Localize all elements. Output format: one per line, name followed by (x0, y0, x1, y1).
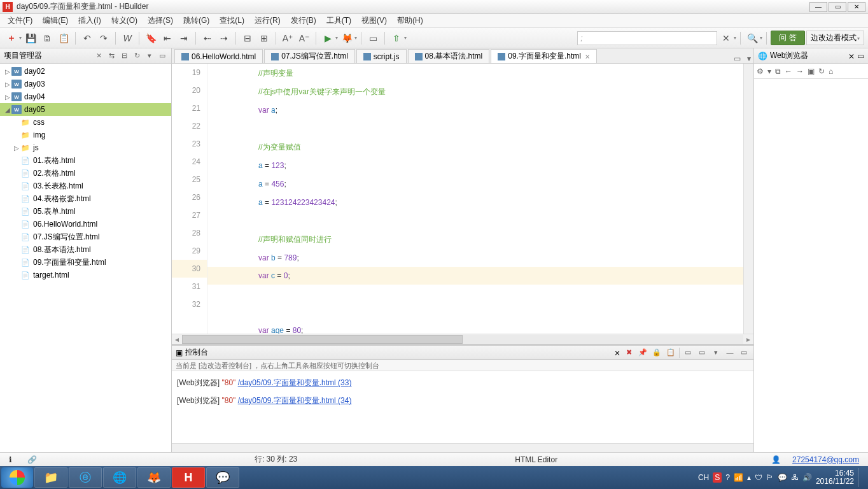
system-clock[interactable]: 16:452016/11/22 (816, 469, 854, 486)
tray-icon-s[interactable]: S (713, 472, 722, 483)
console-toggle1-button[interactable]: ▭ (682, 347, 694, 358)
tree-item[interactable]: 📄target.html (0, 269, 171, 281)
tree-item[interactable]: 📄01.表格.html (0, 154, 171, 167)
console-scrollbar[interactable] (172, 443, 753, 452)
clear-search-button[interactable]: ✕ (718, 31, 734, 46)
tab-control[interactable]: ▭ (731, 54, 743, 63)
tree-item[interactable]: 📄05.表单.html (0, 205, 171, 218)
expand-button[interactable]: ⊞ (256, 31, 272, 46)
collapse-icon[interactable]: ⊟ (119, 51, 129, 61)
save-all-button[interactable]: 🗎 (39, 31, 55, 46)
tree-item[interactable]: 📄02.表格.html (0, 167, 171, 180)
console-pin-button[interactable]: 📌 (637, 347, 648, 358)
scroll-left-icon[interactable]: ◂ (172, 335, 182, 344)
tree-item[interactable]: 📄08.基本语法.html (0, 243, 171, 256)
ime-indicator[interactable]: CH (698, 473, 709, 482)
menu-item[interactable]: 选择(S) (143, 14, 178, 27)
browser-close-icon[interactable]: ⨯ (848, 52, 855, 60)
menu-icon[interactable]: ▾ (144, 51, 155, 61)
reload-icon[interactable]: ↻ (818, 67, 825, 76)
menu-item[interactable]: 工具(T) (321, 14, 356, 27)
status-icon1[interactable]: ℹ (5, 455, 16, 464)
menu-item[interactable]: 编辑(E) (38, 14, 73, 27)
console-lock-button[interactable]: 🔒 (651, 347, 662, 358)
firefox-taskbar-icon[interactable]: 🦊 (137, 467, 171, 488)
tree-item[interactable]: 📁css (0, 116, 171, 129)
tree-item[interactable]: ▷Wday03 (0, 78, 171, 90)
maximize-button[interactable]: ▭ (829, 2, 846, 12)
minimize-button[interactable]: — (809, 2, 827, 12)
menu-item[interactable]: 发行(B) (286, 14, 321, 27)
tray-help-icon[interactable]: ? (725, 473, 730, 482)
tab-close-icon[interactable]: ⨯ (585, 53, 590, 60)
ie-taskbar-icon[interactable]: ⓔ (69, 467, 102, 488)
console-clear-button[interactable]: ✖ (623, 347, 634, 358)
tree-item[interactable]: ◢Wday05 (0, 103, 171, 116)
console-link[interactable]: /day05/09.字面量和变量.html (33) (238, 378, 352, 387)
editor-tab[interactable]: 08.基本语法.html (408, 49, 490, 63)
tray-msg-icon[interactable]: 💬 (778, 473, 787, 482)
forward-icon[interactable]: → (796, 67, 804, 76)
tree-item[interactable]: ▷Wday04 (0, 90, 171, 103)
indent-button[interactable]: ⇢ (216, 31, 232, 46)
tree-item[interactable]: 📄07.JS编写位置.html (0, 230, 171, 243)
refresh-icon[interactable]: ↻ (132, 51, 142, 61)
menu-item[interactable]: 插入(I) (73, 14, 106, 27)
bookmark-icon[interactable]: 🔖 (143, 31, 158, 46)
chrome-taskbar-icon[interactable]: 🌐 (103, 467, 136, 488)
search-icon[interactable]: 🔍 (745, 31, 760, 46)
indent-right-button[interactable]: ⇥ (176, 31, 192, 46)
device-button[interactable]: ▭ (365, 31, 381, 46)
tree-item[interactable]: 📁img (0, 129, 171, 141)
tree-item[interactable]: 📄04.表格嵌套.html (0, 192, 171, 205)
outdent-button[interactable]: ⇠ (200, 31, 215, 46)
gear-icon[interactable]: ⚙ (757, 67, 764, 76)
console-copy-button[interactable]: 📋 (665, 347, 676, 358)
menu-item[interactable]: 运行(R) (249, 14, 286, 27)
tray-network-icon[interactable]: 📶 (734, 473, 743, 482)
indent-left-button[interactable]: ⇤ (160, 31, 175, 46)
editor-tab[interactable]: 06.HelloWorld.html (174, 49, 263, 63)
close-button[interactable]: ✕ (848, 2, 865, 12)
explorer-taskbar-icon[interactable]: 📁 (34, 467, 67, 488)
run-button[interactable]: ▶ (320, 31, 335, 46)
menu-item[interactable]: 文件(F) (3, 14, 38, 27)
console-menu-button[interactable]: ▾ (710, 347, 722, 358)
tray-vol-icon[interactable]: 🔊 (802, 473, 812, 482)
undo-button[interactable]: ↶ (80, 31, 95, 46)
tray-net-icon[interactable]: 🖧 (791, 473, 799, 482)
save-button[interactable]: 💾 (23, 31, 38, 46)
back-icon[interactable]: ← (785, 67, 792, 76)
menu-item[interactable]: 跳转(G) (178, 14, 214, 27)
view-mode-select[interactable]: 边改边看模式 ▾ (806, 31, 864, 45)
redo-button[interactable]: ↷ (96, 31, 111, 46)
code-area[interactable]: //声明变量 //在js中使用var关键字来声明一个变量 var a; //为变… (207, 64, 743, 334)
collapse-button[interactable]: ⊟ (240, 31, 255, 46)
tray-flag-icon[interactable]: 🏳 (766, 473, 774, 482)
font-increase-button[interactable]: A⁺ (280, 31, 295, 46)
user-link[interactable]: 27254174@qq.com (788, 455, 863, 464)
tree-item[interactable]: 📄03.长表格.html (0, 180, 171, 192)
menu-item[interactable]: 查找(L) (214, 14, 249, 27)
project-tree[interactable]: ▷Wday02▷Wday03▷Wday04◢Wday05📁css📁img▷📁js… (0, 64, 171, 452)
vertical-scrollbar[interactable] (743, 64, 753, 334)
console-max-button[interactable]: ▭ (738, 347, 750, 358)
editor-tab[interactable]: 07.JS编写位置.html (264, 49, 355, 63)
qa-button[interactable]: 问 答 (771, 31, 804, 45)
editor-tab[interactable]: 09.字面量和变量.html⨯ (491, 49, 597, 63)
console-close-icon[interactable]: ⨯ (614, 348, 620, 357)
tree-item[interactable]: 📄06.HelloWorld.html (0, 218, 171, 230)
format-button[interactable]: W (120, 31, 135, 46)
tray-up-icon[interactable]: ▴ (747, 473, 751, 482)
console-link[interactable]: /day05/09.字面量和变量.html (34) (238, 396, 352, 405)
start-button[interactable] (1, 467, 33, 488)
editor-tab[interactable]: script.js (356, 49, 407, 63)
browser-min-icon[interactable]: ▭ (857, 52, 864, 60)
scroll-right-icon[interactable]: ▸ (743, 335, 753, 344)
link-icon[interactable]: ⇆ (106, 51, 116, 61)
horizontal-scrollbar[interactable]: ◂ ▸ (172, 334, 753, 344)
status-icon2[interactable]: 🔗 (24, 455, 41, 464)
new-button[interactable]: ＋ (4, 31, 19, 46)
code-editor[interactable]: 1920212223242526272829303132 //声明变量 //在j… (172, 64, 753, 334)
show-desktop-button[interactable] (858, 468, 863, 487)
